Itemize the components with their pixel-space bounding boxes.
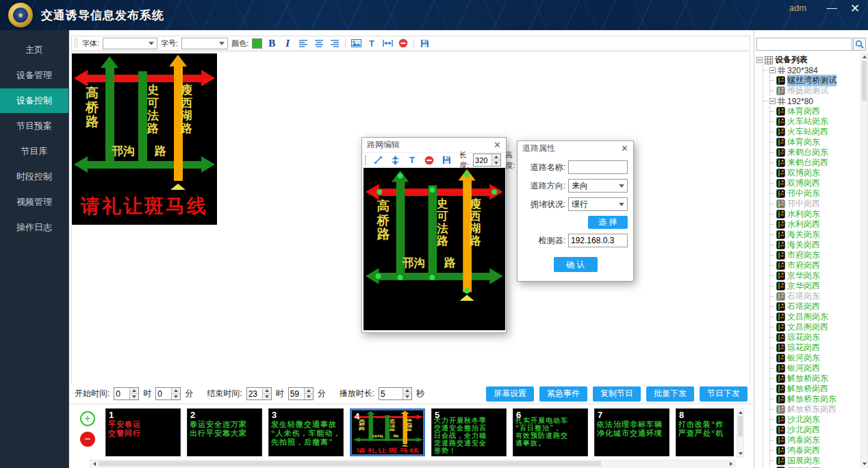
device-node[interactable]: 京华岗西 bbox=[770, 281, 860, 291]
device-group-320*384[interactable]: 320*384 bbox=[763, 65, 860, 75]
device-search-input[interactable] bbox=[756, 38, 852, 51]
start-minute-stepper[interactable] bbox=[155, 387, 181, 400]
device-node[interactable]: 鸿泰岗西 bbox=[770, 445, 860, 456]
minimize-button[interactable]: — bbox=[824, 1, 839, 13]
device-node[interactable]: 来鹤台岗东 bbox=[770, 147, 860, 158]
device-node[interactable]: 解放桥岗东 bbox=[770, 373, 860, 384]
sidebar-item-6[interactable]: 时段控制 bbox=[0, 164, 68, 189]
playlist-horizontal-scrollbar[interactable] bbox=[90, 460, 735, 467]
step-up-icon[interactable] bbox=[130, 388, 138, 394]
confirm-button[interactable]: 确 认 bbox=[554, 257, 598, 272]
start-hour-stepper[interactable] bbox=[114, 387, 139, 400]
device-node[interactable]: 市府岗东 bbox=[770, 250, 860, 260]
close-icon[interactable]: ✕ bbox=[494, 140, 501, 150]
device-node[interactable]: 银河岗西 bbox=[770, 363, 860, 373]
step-up-icon[interactable] bbox=[172, 388, 180, 394]
device-tree-scrollbar[interactable] bbox=[860, 53, 868, 468]
playlist-vertical-scrollbar[interactable] bbox=[737, 408, 744, 458]
page-thumbnail-7[interactable]: 7依法治理非标车辆净化城市交通环境 bbox=[594, 408, 669, 456]
close-icon[interactable]: ✕ bbox=[621, 143, 628, 153]
scroll-left-icon[interactable] bbox=[90, 463, 98, 465]
align-left-button[interactable] bbox=[297, 37, 309, 49]
length-stepper[interactable] bbox=[473, 153, 501, 167]
text-tool-button[interactable]: T bbox=[406, 154, 418, 167]
search-button[interactable] bbox=[853, 38, 866, 51]
device-node[interactable]: 邗中岗西 bbox=[770, 199, 860, 209]
device-node[interactable]: 市府岗西 bbox=[770, 260, 860, 271]
device-node[interactable]: 琼花岗东 bbox=[770, 332, 860, 343]
road-direction-select[interactable]: 来向 bbox=[568, 179, 628, 193]
close-button[interactable]: ✕ bbox=[847, 1, 863, 16]
scroll-up-icon[interactable] bbox=[737, 409, 743, 416]
device-node[interactable]: 石塔岗东 bbox=[770, 291, 860, 301]
scroll-down-icon[interactable] bbox=[861, 460, 867, 467]
device-node[interactable]: 海关岗西 bbox=[770, 240, 860, 250]
led-sign-preview[interactable]: 高桥路史可法路瘦西湖路邗沟路请礼让斑马线 bbox=[72, 53, 217, 225]
image-tool-button[interactable] bbox=[350, 37, 362, 49]
italic-button[interactable]: I bbox=[281, 37, 294, 49]
font-size-select[interactable] bbox=[181, 38, 228, 49]
duration-input[interactable] bbox=[379, 388, 403, 399]
device-node[interactable]: 火车站岗西 bbox=[770, 127, 860, 137]
save-tool-button[interactable] bbox=[440, 154, 452, 167]
device-node[interactable]: 鸿泰岗东 bbox=[770, 435, 860, 445]
double-arrow-tool-button[interactable] bbox=[389, 154, 401, 167]
sidebar-item-4[interactable]: 节目预案 bbox=[0, 114, 68, 138]
sidebar-item-7[interactable]: 视频管理 bbox=[0, 190, 68, 214]
fit-tool-button[interactable] bbox=[381, 37, 394, 49]
sidebar-item-1[interactable]: 主页 bbox=[0, 38, 68, 62]
page-thumbnail-5[interactable]: 5大力开展秋冬季交通安全整治百日会战，全力稳定道路交通安全形势！ bbox=[431, 408, 507, 456]
scroll-right-icon[interactable] bbox=[727, 463, 735, 465]
collapse-icon[interactable] bbox=[769, 98, 776, 104]
step-down-icon[interactable] bbox=[172, 394, 180, 399]
delete-tool-button[interactable] bbox=[397, 37, 409, 49]
device-node[interactable]: 国展岗东 bbox=[770, 456, 860, 466]
text-tool-button[interactable]: T bbox=[366, 37, 378, 49]
device-node[interactable]: 沙北岗西 bbox=[770, 425, 860, 435]
toolbar-grip[interactable] bbox=[75, 38, 77, 48]
sidebar-item-2[interactable]: 设备管理 bbox=[0, 63, 68, 88]
step-down-icon[interactable] bbox=[305, 394, 313, 399]
device-node[interactable]: 银河岗东 bbox=[770, 353, 860, 363]
remove-page-button[interactable]: − bbox=[80, 432, 95, 447]
device-node[interactable]: 来鹤台岗西 bbox=[770, 158, 860, 168]
save-tool-button[interactable] bbox=[418, 37, 431, 49]
length-input[interactable] bbox=[474, 154, 492, 166]
page-thumbnail-3[interactable]: 3发生轻微交通事故“人未伤，车能动，先拍照，后撤离” bbox=[268, 408, 344, 456]
scroll-up-icon[interactable] bbox=[861, 53, 867, 60]
step-up-icon[interactable] bbox=[492, 154, 500, 160]
road-name-field[interactable] bbox=[568, 160, 628, 174]
step-down-icon[interactable] bbox=[130, 394, 138, 399]
toolbar-grip[interactable] bbox=[365, 156, 366, 165]
road-editor-canvas[interactable]: 高桥路史可法路瘦西湖路邗沟路 bbox=[363, 168, 505, 330]
device-node[interactable]: 解放桥东岗东 bbox=[770, 394, 860, 404]
device-node[interactable]: 解放桥东岗西 bbox=[770, 404, 860, 415]
align-center-button[interactable] bbox=[313, 37, 325, 49]
device-tree-root[interactable]: 设备列表 bbox=[756, 55, 860, 65]
device-node[interactable]: 文昌阁岗东 bbox=[770, 312, 860, 322]
line-tool-button[interactable] bbox=[372, 154, 384, 167]
end-minute-input[interactable] bbox=[289, 388, 304, 399]
page-thumbnail-2[interactable]: 2春运安全连万家出行平安靠大家 bbox=[187, 408, 262, 456]
bold-button[interactable]: B bbox=[266, 37, 278, 49]
color-swatch[interactable] bbox=[252, 38, 262, 49]
step-up-icon[interactable] bbox=[305, 388, 313, 394]
device-node[interactable]: 维扬岗测试 bbox=[770, 86, 860, 96]
step-down-icon[interactable] bbox=[403, 394, 411, 399]
dialog-titlebar[interactable]: 道路属性 ✕ bbox=[518, 141, 633, 156]
collapse-icon[interactable] bbox=[756, 57, 763, 63]
sidebar-item-3[interactable]: 设备控制 bbox=[0, 88, 68, 113]
device-node[interactable]: 体育岗西 bbox=[770, 106, 860, 116]
device-node[interactable]: 石塔岗西 bbox=[770, 301, 860, 312]
step-up-icon[interactable] bbox=[403, 388, 411, 394]
end-minute-stepper[interactable] bbox=[288, 387, 314, 400]
action-button-2[interactable]: 紧急事件 bbox=[539, 386, 587, 402]
step-down-icon[interactable] bbox=[263, 394, 271, 399]
device-node[interactable]: 螺丝湾桥测试 bbox=[770, 75, 860, 86]
add-page-button[interactable]: + bbox=[80, 411, 95, 426]
sidebar-item-8[interactable]: 操作日志 bbox=[0, 215, 68, 240]
device-group-192*80[interactable]: 192*80 bbox=[763, 96, 860, 106]
action-button-4[interactable]: 批量下发 bbox=[646, 386, 694, 402]
device-node[interactable]: 琼花岗西 bbox=[770, 343, 860, 353]
detector-field[interactable] bbox=[568, 234, 628, 247]
